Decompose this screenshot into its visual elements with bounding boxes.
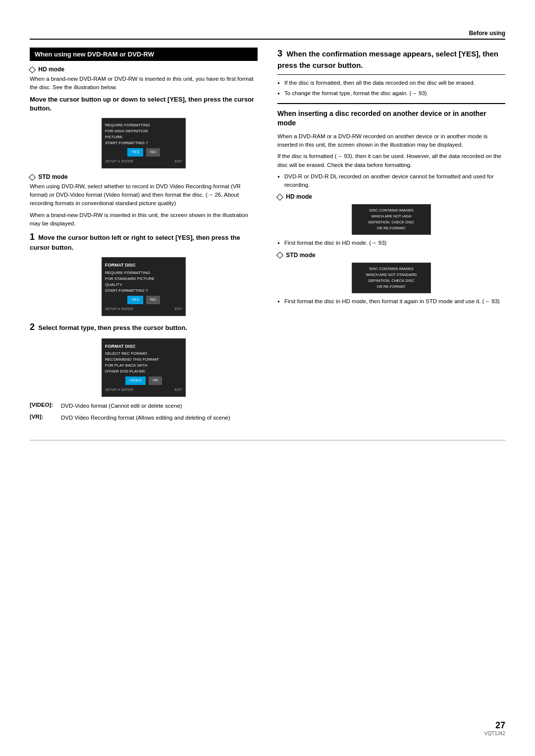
screen-2-title: FORMAT DISC bbox=[105, 262, 182, 269]
screen-2-yes-btn: YES bbox=[127, 296, 143, 304]
screen-3-vr-btn: VR bbox=[149, 377, 162, 385]
screen-1-yes-btn: YES bbox=[127, 148, 143, 157]
diamond-icon-4 bbox=[276, 252, 283, 259]
step2-num: 2 bbox=[30, 322, 35, 332]
step3-heading: 3 When the confirmation message appears,… bbox=[277, 48, 505, 75]
hd-note-list: First format the disc in HD mode. (→ 93) bbox=[277, 239, 505, 247]
screen-3-buttons: VIDEO VR bbox=[105, 377, 182, 385]
bold-heading-1: Move the cursor button up or down to sel… bbox=[30, 95, 258, 113]
step3-bullet-1: If the disc is formatted, then all the d… bbox=[277, 79, 505, 87]
screen-1-buttons: YES NO bbox=[105, 148, 182, 157]
page: Before using When using new DVD-RAM or D… bbox=[0, 0, 535, 756]
step1-num: 1 bbox=[30, 232, 35, 242]
hd-mode-desc: When a brand-new DVD-RAM or DVD-RW is in… bbox=[30, 75, 258, 92]
diamond-icon-3 bbox=[276, 194, 283, 201]
std-mode-desc2: When a brand-new DVD-RW is inserted in t… bbox=[30, 211, 258, 228]
when-inserting-desc2: If the disc is formatted (→ 93), then it… bbox=[277, 152, 505, 169]
video-label-key: [VIDEO]: bbox=[30, 402, 57, 410]
diamond-icon bbox=[29, 66, 36, 73]
screen-2: FORMAT DISC REQUIRE FORMATTING FOR STAND… bbox=[102, 257, 186, 316]
section-box-title: When using new DVD-RAM or DVD-RW bbox=[30, 48, 258, 61]
vr-label-val: DVD Video Recording format (Allows editi… bbox=[61, 414, 230, 422]
screen-1-body: REQUIRE FORMATTING FOR HIGH DEFINITION P… bbox=[105, 122, 182, 146]
when-inserting-title: When inserting a disc recorded on anothe… bbox=[277, 109, 505, 128]
vr-label-key: [VR]: bbox=[30, 414, 57, 422]
screen-1: REQUIRE FORMATTING FOR HIGH DEFINITION P… bbox=[102, 118, 186, 168]
header-title: Before using bbox=[469, 30, 505, 37]
page-number: 27 bbox=[484, 720, 505, 731]
header: Before using bbox=[30, 30, 505, 40]
bottom-divider bbox=[30, 440, 505, 440]
when-inserting-bullets: DVD-R or DVD-R DL recorded on another de… bbox=[277, 172, 505, 190]
std-note: First format the disc in HD mode, then f… bbox=[277, 297, 505, 306]
when-inserting-desc1: When a DVD-RAM or a DVD-RW recorded on a… bbox=[277, 132, 505, 150]
page-footer: 27 VQT1J42 bbox=[484, 720, 505, 736]
screen-3-footer: SETUP ✦ ENTER EXIT bbox=[105, 387, 182, 392]
page-code: VQT1J42 bbox=[484, 731, 505, 736]
std-screen-body: DISC CONTAINS IMAGES WHICH ARE NOT STAND… bbox=[355, 266, 428, 290]
hd-screen: DISC CONTAINS IMAGES WHICH ARE NOT HIGH … bbox=[352, 204, 431, 235]
video-label-val: DVD-Video format (Cannot edit or delete … bbox=[61, 402, 182, 410]
screen-2-buttons: YES NO bbox=[105, 296, 182, 304]
video-label-row: [VIDEO]: DVD-Video format (Cannot edit o… bbox=[30, 402, 258, 410]
main-content: When using new DVD-RAM or DVD-RW HD mode… bbox=[30, 48, 505, 425]
diamond-icon-2 bbox=[29, 174, 36, 181]
vr-label-row: [VR]: DVD Video Recording format (Allows… bbox=[30, 414, 258, 422]
step1-heading: 1 Move the cursor button left or right t… bbox=[30, 231, 258, 252]
screen-1-no-btn: NO bbox=[146, 148, 160, 157]
screen-3-body: SELECT REC FORMAT. RECOMMEND THIS FORMAT… bbox=[105, 351, 182, 375]
right-hd-mode-title: HD mode bbox=[277, 193, 505, 200]
screen-2-footer: SETUP ✦ ENTER EXIT bbox=[105, 306, 182, 312]
step3-num: 3 bbox=[277, 49, 282, 58]
step3-bullets: If the disc is formatted, then all the d… bbox=[277, 79, 505, 98]
std-mode-desc1: When using DVD-RW, select whether to rec… bbox=[30, 182, 258, 208]
hd-note: First format the disc in HD mode. (→ 93) bbox=[277, 239, 505, 247]
screen-3-video-btn: VIDEO bbox=[125, 377, 146, 385]
screen-1-footer: SETUP ✦ ENTER EXIT bbox=[105, 159, 182, 164]
hd-mode-title: HD mode bbox=[30, 66, 258, 73]
screen-2-no-btn: NO bbox=[146, 296, 160, 304]
screen-3-title: FORMAT DISC bbox=[105, 343, 182, 350]
hd-screen-body: DISC CONTAINS IMAGES WHICH ARE NOT HIGH … bbox=[355, 208, 428, 231]
screen-3: FORMAT DISC SELECT REC FORMAT. RECOMMEND… bbox=[102, 338, 186, 397]
when-inserting-bullet-1: DVD-R or DVD-R DL recorded on another de… bbox=[277, 172, 505, 190]
std-mode-title: STD mode bbox=[30, 173, 258, 180]
right-std-mode-title: STD mode bbox=[277, 252, 505, 259]
screen-2-body: REQUIRE FORMATTING FOR STANDARD PICTURE … bbox=[105, 270, 182, 294]
when-inserting-section: When inserting a disc recorded on anothe… bbox=[277, 103, 505, 306]
step3-bullet-2: To change the format type, format the di… bbox=[277, 89, 505, 98]
std-note-list: First format the disc in HD mode, then f… bbox=[277, 297, 505, 306]
step2-heading: 2 Select format type, then press the cur… bbox=[30, 321, 258, 333]
left-column: When using new DVD-RAM or DVD-RW HD mode… bbox=[30, 48, 258, 425]
right-column: 3 When the confirmation message appears,… bbox=[277, 48, 505, 425]
std-screen: DISC CONTAINS IMAGES WHICH ARE NOT STAND… bbox=[352, 263, 431, 293]
